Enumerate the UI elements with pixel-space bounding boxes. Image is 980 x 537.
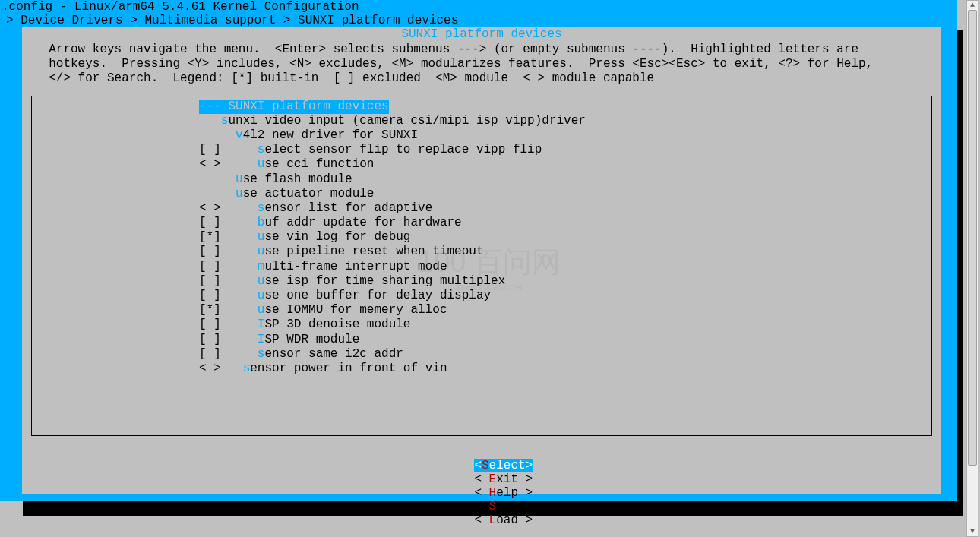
menu-item[interactable]: --- SUNXI platform devices bbox=[32, 100, 931, 114]
menu-item[interactable]: sunxi video input (camera csi/mipi isp v… bbox=[32, 114, 931, 128]
menu-item[interactable]: < > use cci function bbox=[32, 157, 931, 172]
main-box: SUNXI platform devices Arrow keys naviga… bbox=[22, 27, 941, 494]
menu-frame: --- SUNXI platform devices sunxi video i… bbox=[31, 96, 932, 436]
menu-item[interactable]: [ ] buf addr update for hardware bbox=[32, 216, 931, 230]
breadcrumb-text: > Device Drivers > Multimedia support > … bbox=[6, 14, 458, 27]
title-bar: .config - Linux/arm64 5.4.61 Kernel Conf… bbox=[0, 0, 957, 14]
menu-item[interactable]: [ ] ISP 3D denoise module bbox=[32, 317, 931, 332]
help-button[interactable]: < Help > bbox=[474, 486, 533, 500]
menu-item[interactable]: [ ] sensor same i2c addr bbox=[32, 347, 931, 362]
scroll-thumb[interactable] bbox=[968, 10, 977, 466]
save-button[interactable]: < Save > bbox=[474, 500, 533, 513]
breadcrumb-row: > Device Drivers > Multimedia support > … bbox=[0, 14, 957, 27]
load-button[interactable]: < Load > bbox=[474, 513, 533, 527]
menu-item[interactable]: [ ] multi-frame interrupt mode bbox=[32, 260, 931, 274]
menu-item[interactable]: use flash module bbox=[32, 172, 931, 187]
scroll-up-icon[interactable]: ▲ bbox=[967, 1, 978, 10]
menu-item[interactable]: < > sensor power in front of vin bbox=[32, 362, 931, 376]
menu-item[interactable]: [ ] select sensor flip to replace vipp f… bbox=[32, 143, 931, 157]
scroll-down-icon[interactable]: ▼ bbox=[967, 527, 978, 536]
menu-item[interactable]: [ ] ISP WDR module bbox=[32, 333, 931, 347]
scrollbar[interactable]: ▲ ▼ bbox=[966, 0, 978, 537]
menu-item[interactable]: [*] use vin log for debug bbox=[32, 230, 931, 245]
menu-item[interactable]: [ ] use pipeline reset when timeout bbox=[32, 245, 931, 259]
menu-item[interactable]: [ ] use isp for time sharing multiplex bbox=[32, 274, 931, 289]
bottom-buttons: <Select> < Exit > < Help > < Save > < Lo… bbox=[22, 441, 941, 537]
section-title: SUNXI platform devices bbox=[22, 27, 941, 41]
menu-item[interactable]: [*] use IOMMU for memery alloc bbox=[32, 303, 931, 317]
outer-frame: .config - Linux/arm64 5.4.61 Kernel Conf… bbox=[0, 0, 957, 501]
menu-item[interactable]: < > sensor list for adaptive bbox=[32, 201, 931, 216]
select-button[interactable]: <Select> bbox=[474, 459, 533, 472]
menu-item[interactable]: v4l2 new driver for SUNXI bbox=[32, 128, 931, 143]
menu-item[interactable]: [ ] use one buffer for delay display bbox=[32, 289, 931, 303]
help-text: Arrow keys navigate the menu. <Enter> se… bbox=[22, 41, 941, 91]
exit-button[interactable]: < Exit > bbox=[474, 472, 533, 486]
menu-item[interactable]: use actuator module bbox=[32, 187, 931, 201]
